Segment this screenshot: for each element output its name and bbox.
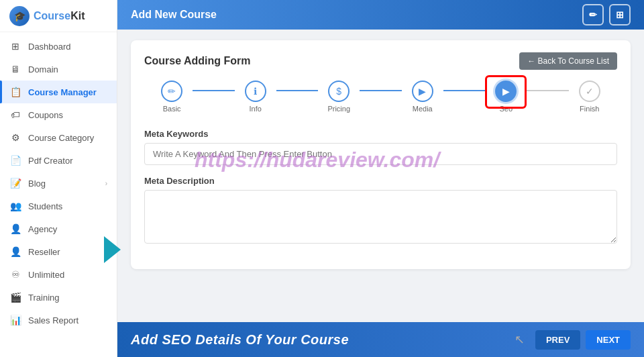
- sidebar-item-label: Reseller: [28, 247, 60, 257]
- main-content: Add New Course ✏ ⊞ Course Adding Form ← …: [117, 0, 644, 357]
- bottom-bar: Add SEO Details Of Your Course ↖ PREV NE…: [117, 322, 644, 357]
- blog-icon: 📝: [9, 178, 21, 189]
- sidebar-item-dashboard[interactable]: ⊞ Dashboard: [0, 35, 117, 58]
- students-icon: 👥: [9, 201, 21, 211]
- reseller-icon: 👤: [9, 246, 21, 257]
- page-title: Add New Course: [131, 9, 217, 21]
- unlimited-icon: ♾: [9, 269, 21, 280]
- sidebar-item-label: Agency: [28, 224, 57, 234]
- domain-icon: 🖥: [9, 64, 21, 74]
- step-finish[interactable]: ✓ Finish: [569, 81, 610, 113]
- step-line-3: [360, 90, 401, 91]
- course-manager-icon: 📋: [9, 87, 21, 97]
- meta-keywords-group: Meta Keywords: [144, 129, 617, 165]
- step-info[interactable]: ℹ Info: [235, 81, 276, 113]
- sidebar-item-label: Training: [28, 293, 59, 303]
- sidebar-triangle-indicator: [104, 236, 121, 263]
- sidebar-item-pdf-creator[interactable]: 📄 Pdf Creator: [0, 149, 117, 172]
- form-card-header: Course Adding Form ← Back To Course List: [144, 52, 617, 70]
- step-pricing-circle: $: [328, 81, 350, 102]
- step-media[interactable]: ▶ Media: [402, 81, 443, 113]
- step-media-label: Media: [413, 105, 433, 113]
- sidebar-item-training[interactable]: 🎬 Training: [0, 286, 117, 309]
- dashboard-icon: ⊞: [9, 41, 21, 52]
- sidebar-item-label: Domain: [28, 64, 58, 74]
- step-line-2: [276, 90, 318, 91]
- step-pricing-label: Pricing: [327, 105, 350, 113]
- page-header: Add New Course ✏ ⊞: [117, 0, 644, 30]
- step-seo-label: Seo: [499, 105, 513, 113]
- sales-report-icon: 📊: [9, 315, 21, 325]
- sidebar-item-label: Blog: [28, 178, 46, 189]
- sidebar-item-students[interactable]: 👥 Students: [0, 195, 117, 217]
- coupons-icon: 🏷: [9, 109, 21, 120]
- logo-text: CourseKit: [34, 10, 85, 22]
- chevron-right-icon: ›: [105, 180, 107, 187]
- step-line-5: [527, 90, 568, 91]
- step-finish-circle: ✓: [579, 81, 600, 102]
- form-card: Course Adding Form ← Back To Course List…: [131, 40, 631, 269]
- logo-icon: 🎓: [9, 6, 30, 26]
- sidebar-item-label: Course Category: [28, 133, 94, 143]
- meta-description-textarea[interactable]: [144, 190, 617, 244]
- step-finish-label: Finish: [580, 105, 599, 113]
- sidebar-item-agency[interactable]: 👤 Agency: [0, 217, 117, 240]
- agency-icon: 👤: [9, 223, 21, 234]
- sidebar-item-coupons[interactable]: 🏷 Coupons: [0, 103, 117, 126]
- pdf-creator-icon: 📄: [9, 155, 21, 166]
- edit-icon-button[interactable]: ✏: [582, 4, 604, 26]
- grid-icon-button[interactable]: ⊞: [609, 4, 631, 26]
- step-basic-circle: ✏: [161, 81, 182, 102]
- sidebar-item-label: Course Manager: [28, 87, 97, 97]
- cursor-icon: ↖: [515, 332, 525, 347]
- course-category-icon: ⚙: [9, 132, 21, 143]
- promo-text: Add SEO Details Of Your Course: [131, 332, 515, 348]
- step-basic-label: Basic: [163, 105, 181, 113]
- sidebar-item-label: Dashboard: [28, 42, 71, 52]
- step-line-4: [443, 90, 485, 91]
- meta-description-group: Meta Description: [144, 176, 617, 246]
- header-icons: ✏ ⊞: [582, 4, 631, 26]
- meta-description-label: Meta Description: [144, 176, 617, 186]
- step-pricing[interactable]: $ Pricing: [318, 81, 360, 113]
- sidebar-item-course-category[interactable]: ⚙ Course Category: [0, 126, 117, 149]
- back-to-course-list-button[interactable]: ← Back To Course List: [519, 52, 617, 70]
- sidebar-item-label: Sales Report: [28, 315, 78, 325]
- next-button[interactable]: NEXT: [586, 330, 631, 350]
- step-basic[interactable]: ✏ Basic: [151, 81, 193, 113]
- training-icon: 🎬: [9, 292, 21, 303]
- step-info-circle: ℹ: [245, 81, 266, 102]
- step-media-circle: ▶: [412, 81, 433, 102]
- sidebar-item-reseller[interactable]: 👤 Reseller: [0, 240, 117, 263]
- sidebar-item-label: Coupons: [28, 110, 63, 120]
- content-area: Course Adding Form ← Back To Course List…: [117, 30, 644, 322]
- sidebar-item-sales-report[interactable]: 📊 Sales Report: [0, 309, 117, 332]
- sidebar-navigation: ⊞ Dashboard 🖥 Domain 📋 Course Manager 🏷 …: [0, 32, 117, 357]
- sidebar: 🎓 CourseKit ⊞ Dashboard 🖥 Domain 📋 Cours…: [0, 0, 117, 357]
- sidebar-item-unlimited[interactable]: ♾ Unlimited: [0, 263, 117, 286]
- sidebar-logo: 🎓 CourseKit: [0, 0, 117, 32]
- step-seo-circle: ▶: [495, 81, 517, 102]
- sidebar-item-label: Unlimited: [28, 270, 64, 280]
- sidebar-item-domain[interactable]: 🖥 Domain: [0, 58, 117, 81]
- meta-keywords-label: Meta Keywords: [144, 129, 617, 139]
- meta-keywords-input[interactable]: [144, 143, 617, 165]
- step-line-1: [193, 90, 234, 91]
- sidebar-item-label: Pdf Creator: [28, 156, 72, 166]
- nav-buttons: ↖ PREV NEXT: [515, 330, 631, 350]
- sidebar-item-label: Students: [28, 201, 62, 211]
- step-info-label: Info: [249, 105, 261, 113]
- form-card-title: Course Adding Form: [144, 55, 251, 67]
- step-seo[interactable]: ▶ Seo: [485, 81, 527, 113]
- steps-container: ✏ Basic ℹ Info $ Pricing: [144, 81, 617, 113]
- sidebar-item-course-manager[interactable]: 📋 Course Manager: [0, 81, 117, 103]
- sidebar-item-blog[interactable]: 📝 Blog ›: [0, 172, 117, 195]
- prev-button[interactable]: PREV: [535, 330, 580, 350]
